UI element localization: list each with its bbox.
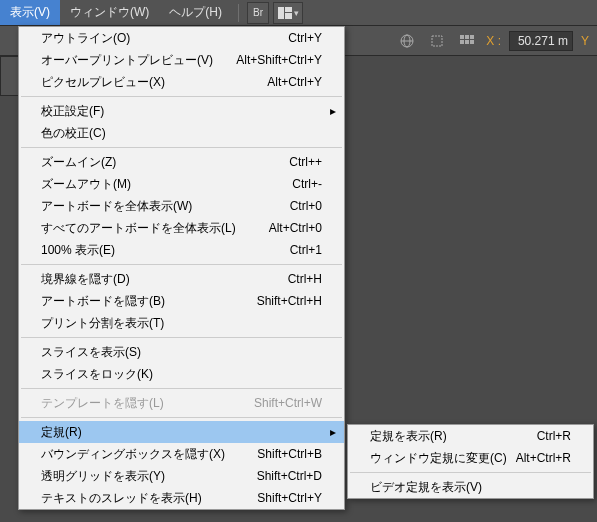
mi-hide-template: テンプレートを隠す(L)Shift+Ctrl+W: [19, 392, 344, 414]
menu-window-label: ウィンドウ(W): [70, 4, 149, 21]
mi-hide-artboards-label: アートボードを隠す(B): [41, 293, 257, 310]
svg-rect-9: [470, 35, 474, 39]
mi-show-video-rulers-label: ビデオ定規を表示(V): [370, 479, 571, 496]
arrange-docs-icon: [278, 7, 292, 19]
x-label: X :: [486, 34, 501, 48]
mi-proof-colors-label: 色の校正(C): [41, 125, 322, 142]
globe-icon: [400, 34, 414, 48]
svg-rect-10: [460, 40, 464, 44]
separator: [238, 4, 239, 22]
transform-icon-button[interactable]: [456, 30, 478, 52]
mi-change-window-rulers[interactable]: ウィンドウ定規に変更(C)Alt+Ctrl+R: [348, 447, 593, 469]
svg-rect-12: [470, 40, 474, 44]
mi-hide-edges-shortcut: Ctrl+H: [288, 272, 322, 286]
mi-fit-all-shortcut: Alt+Ctrl+0: [269, 221, 322, 235]
mi-lock-slices[interactable]: スライスをロック(K): [19, 363, 344, 385]
menu-separator: [21, 337, 342, 338]
menu-view-label: 表示(V): [10, 4, 50, 21]
mi-show-video-rulers[interactable]: ビデオ定規を表示(V): [348, 476, 593, 498]
mi-zoom-in[interactable]: ズームイン(Z)Ctrl++: [19, 151, 344, 173]
menu-help[interactable]: ヘルプ(H): [159, 0, 232, 25]
mi-hide-artboards-shortcut: Shift+Ctrl+H: [257, 294, 322, 308]
mi-print-tiling[interactable]: プリント分割を表示(T): [19, 312, 344, 334]
mi-change-window-rulers-shortcut: Alt+Ctrl+R: [516, 451, 571, 465]
mi-hide-artboards[interactable]: アートボードを隠す(B)Shift+Ctrl+H: [19, 290, 344, 312]
mi-outline-shortcut: Ctrl+Y: [288, 31, 322, 45]
grid-icon: [459, 34, 475, 48]
mi-show-rulers[interactable]: 定規を表示(R)Ctrl+R: [348, 425, 593, 447]
mi-rulers-label: 定規(R): [41, 424, 322, 441]
bridge-icon: Br: [253, 7, 263, 18]
mi-actual-size-label: 100% 表示(E): [41, 242, 290, 259]
mi-hide-edges[interactable]: 境界線を隠す(D)Ctrl+H: [19, 268, 344, 290]
menu-window[interactable]: ウィンドウ(W): [60, 0, 159, 25]
mi-proof-setup[interactable]: 校正設定(F)▸: [19, 100, 344, 122]
mi-hide-template-label: テンプレートを隠す(L): [41, 395, 254, 412]
x-coord-field[interactable]: 50.271 m: [509, 31, 573, 51]
mi-overprint-label: オーバープリントプレビュー(V): [41, 52, 236, 69]
mi-change-window-rulers-label: ウィンドウ定規に変更(C): [370, 450, 516, 467]
web-icon-button[interactable]: [396, 30, 418, 52]
mi-print-tiling-label: プリント分割を表示(T): [41, 315, 322, 332]
menu-separator: [21, 147, 342, 148]
mi-actual-size[interactable]: 100% 表示(E)Ctrl+1: [19, 239, 344, 261]
mi-proof-setup-label: 校正設定(F): [41, 103, 322, 120]
mi-fit-all[interactable]: すべてのアートボードを全体表示(L)Alt+Ctrl+0: [19, 217, 344, 239]
mi-zoom-out[interactable]: ズームアウト(M)Ctrl+-: [19, 173, 344, 195]
mi-zoom-out-shortcut: Ctrl+-: [292, 177, 322, 191]
mi-zoom-in-shortcut: Ctrl++: [289, 155, 322, 169]
arrange-docs-button[interactable]: ▾: [273, 2, 303, 24]
svg-rect-1: [285, 7, 292, 12]
bridge-button[interactable]: Br: [247, 2, 269, 24]
mi-fit-artboard[interactable]: アートボードを全体表示(W)Ctrl+0: [19, 195, 344, 217]
mi-fit-artboard-shortcut: Ctrl+0: [290, 199, 322, 213]
menu-separator: [350, 472, 591, 473]
submenu-arrow-icon: ▸: [330, 425, 336, 439]
y-label: Y: [581, 34, 589, 48]
menu-view[interactable]: 表示(V): [0, 0, 60, 25]
mi-pixel-shortcut: Alt+Ctrl+Y: [267, 75, 322, 89]
mi-show-tgrid-label: 透明グリッドを表示(Y): [41, 468, 257, 485]
view-menu-dropdown: アウトライン(O)Ctrl+Y オーバープリントプレビュー(V)Alt+Shif…: [18, 26, 345, 510]
mi-actual-size-shortcut: Ctrl+1: [290, 243, 322, 257]
submenu-arrow-icon: ▸: [330, 104, 336, 118]
menu-separator: [21, 388, 342, 389]
mi-pixel[interactable]: ピクセルプレビュー(X)Alt+Ctrl+Y: [19, 71, 344, 93]
mi-show-tgrid[interactable]: 透明グリッドを表示(Y)Shift+Ctrl+D: [19, 465, 344, 487]
mi-overprint[interactable]: オーバープリントプレビュー(V)Alt+Shift+Ctrl+Y: [19, 49, 344, 71]
mi-pixel-label: ピクセルプレビュー(X): [41, 74, 267, 91]
mi-lock-slices-label: スライスをロック(K): [41, 366, 322, 383]
menu-separator: [21, 96, 342, 97]
mi-proof-colors[interactable]: 色の校正(C): [19, 122, 344, 144]
menu-separator: [21, 264, 342, 265]
mi-outline[interactable]: アウトライン(O)Ctrl+Y: [19, 27, 344, 49]
mi-zoom-out-label: ズームアウト(M): [41, 176, 292, 193]
mi-show-threads-shortcut: Shift+Ctrl+Y: [257, 491, 322, 505]
mi-hide-edges-label: 境界線を隠す(D): [41, 271, 288, 288]
mi-show-threads-label: テキストのスレッドを表示(H): [41, 490, 257, 507]
mi-zoom-in-label: ズームイン(Z): [41, 154, 289, 171]
svg-rect-6: [432, 36, 442, 46]
svg-rect-8: [465, 35, 469, 39]
align-icon: [429, 34, 445, 48]
mi-show-tgrid-shortcut: Shift+Ctrl+D: [257, 469, 322, 483]
mi-rulers[interactable]: 定規(R)▸: [19, 421, 344, 443]
mi-show-slices-label: スライスを表示(S): [41, 344, 322, 361]
mi-hide-bb-label: バウンディングボックスを隠す(X): [41, 446, 257, 463]
rulers-submenu: 定規を表示(R)Ctrl+R ウィンドウ定規に変更(C)Alt+Ctrl+R ビ…: [347, 424, 594, 499]
dropdown-icon: ▾: [294, 8, 299, 18]
svg-rect-0: [278, 7, 284, 19]
align-icon-button[interactable]: [426, 30, 448, 52]
mi-fit-all-label: すべてのアートボードを全体表示(L): [41, 220, 269, 237]
menu-help-label: ヘルプ(H): [169, 4, 222, 21]
mi-outline-label: アウトライン(O): [41, 30, 288, 47]
mi-show-threads[interactable]: テキストのスレッドを表示(H)Shift+Ctrl+Y: [19, 487, 344, 509]
mi-show-slices[interactable]: スライスを表示(S): [19, 341, 344, 363]
mi-hide-bb-shortcut: Shift+Ctrl+B: [257, 447, 322, 461]
svg-rect-11: [465, 40, 469, 44]
menubar: 表示(V) ウィンドウ(W) ヘルプ(H) Br ▾: [0, 0, 597, 26]
x-coord-value: 50.271 m: [518, 34, 568, 48]
mi-fit-artboard-label: アートボードを全体表示(W): [41, 198, 290, 215]
mi-overprint-shortcut: Alt+Shift+Ctrl+Y: [236, 53, 322, 67]
mi-hide-bb[interactable]: バウンディングボックスを隠す(X)Shift+Ctrl+B: [19, 443, 344, 465]
